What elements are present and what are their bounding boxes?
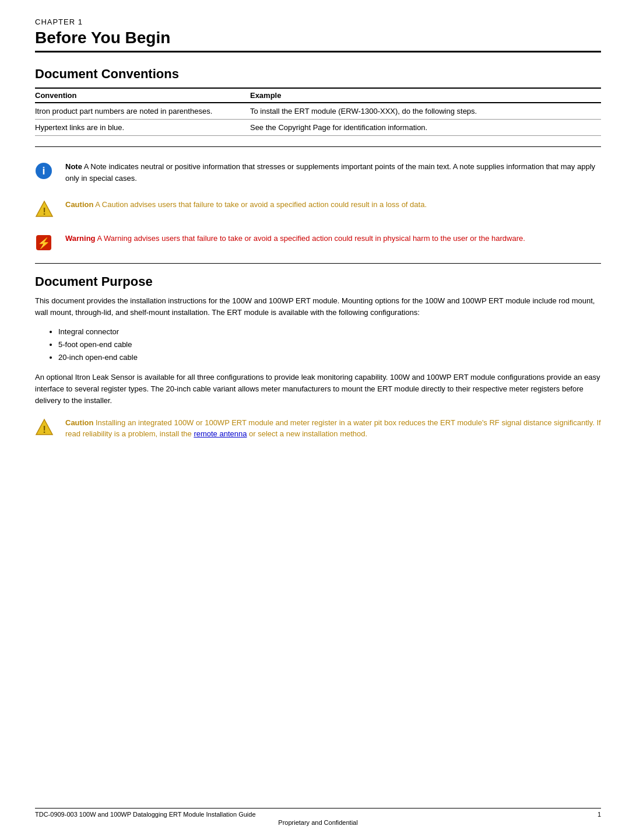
title-rule: [35, 51, 601, 52]
note-body: A Note indicates neutral or positive inf…: [65, 162, 595, 183]
warning-label: Warning: [65, 234, 96, 243]
list-item: 5-foot open-end cable: [58, 338, 601, 351]
caution-label: Caution: [65, 200, 93, 209]
col-header-convention: Convention: [35, 88, 250, 103]
caution2-body-after: or select a new installation method.: [247, 429, 367, 438]
example-cell-0: To install the ERT module (ERW-1300-XXX)…: [250, 103, 601, 120]
section-doc-conventions: Document Conventions: [35, 66, 601, 82]
col-header-example: Example: [250, 88, 601, 103]
caution-text: Caution A Caution advises users that fai…: [65, 199, 427, 211]
caution2-label: Caution: [65, 418, 93, 427]
purpose-divider: [35, 263, 601, 264]
note-icon: i: [35, 162, 57, 180]
svg-text:i: i: [42, 165, 45, 177]
table-row: Hypertext links are in blue. See the Cop…: [35, 120, 601, 136]
note-label: Note: [65, 162, 82, 171]
remote-antenna-link[interactable]: remote antenna: [194, 429, 247, 438]
svg-text:!: !: [43, 424, 46, 435]
caution-admonition: ! Caution A Caution advises users that f…: [35, 195, 601, 221]
convention-cell-1: Hypertext links are in blue.: [35, 120, 250, 136]
list-item: 20-inch open-end cable: [58, 351, 601, 364]
purpose-body1: This document provides the installation …: [35, 295, 601, 318]
footer-confidential: Proprietary and Confidential: [35, 819, 601, 826]
caution2-icon: !: [35, 418, 57, 436]
caution2-admonition: ! Caution Installing an integrated 100W …: [35, 414, 601, 443]
purpose-body2: An optional Itron Leak Sensor is availab…: [35, 372, 601, 407]
caution2-text: Caution Installing an integrated 100W or…: [65, 417, 601, 440]
page-title: Before You Begin: [35, 29, 601, 47]
section-doc-purpose: Document Purpose: [35, 274, 601, 289]
footer-doc-title: TDC-0909-003 100W and 100WP Datalogging …: [35, 811, 256, 818]
svg-text:⚡: ⚡: [37, 237, 51, 250]
footer-inner: TDC-0909-003 100W and 100WP Datalogging …: [35, 811, 601, 826]
list-item: Integral connector: [58, 326, 601, 338]
warning-admonition: ⚡ Warning A Warning advises users that f…: [35, 229, 601, 255]
example-cell-1: See the Copyright Page for identificatio…: [250, 120, 601, 136]
caution-icon: !: [35, 200, 57, 218]
page-footer: TDC-0909-003 100W and 100WP Datalogging …: [35, 808, 601, 826]
conventions-table: Convention Example Itron product part nu…: [35, 88, 601, 136]
convention-cell-0: Itron product part numbers are noted in …: [35, 103, 250, 120]
admonition-divider: [35, 146, 601, 147]
warning-body: A Warning advises users that failure to …: [96, 234, 525, 243]
table-row: Itron product part numbers are noted in …: [35, 103, 601, 120]
footer-page-num: 1: [598, 811, 601, 818]
warning-text: Warning A Warning advises users that fai…: [65, 233, 525, 244]
note-admonition: i Note A Note indicates neutral or posit…: [35, 158, 601, 187]
chapter-label: CHAPTER 1: [35, 18, 601, 26]
note-text: Note A Note indicates neutral or positiv…: [65, 161, 601, 184]
warning-icon: ⚡: [35, 234, 57, 251]
footer-top-row: TDC-0909-003 100W and 100WP Datalogging …: [35, 811, 601, 818]
svg-text:!: !: [43, 206, 46, 217]
caution-body: A Caution advises users that failure to …: [93, 200, 427, 209]
bullet-list: Integral connector 5-foot open-end cable…: [58, 326, 601, 364]
